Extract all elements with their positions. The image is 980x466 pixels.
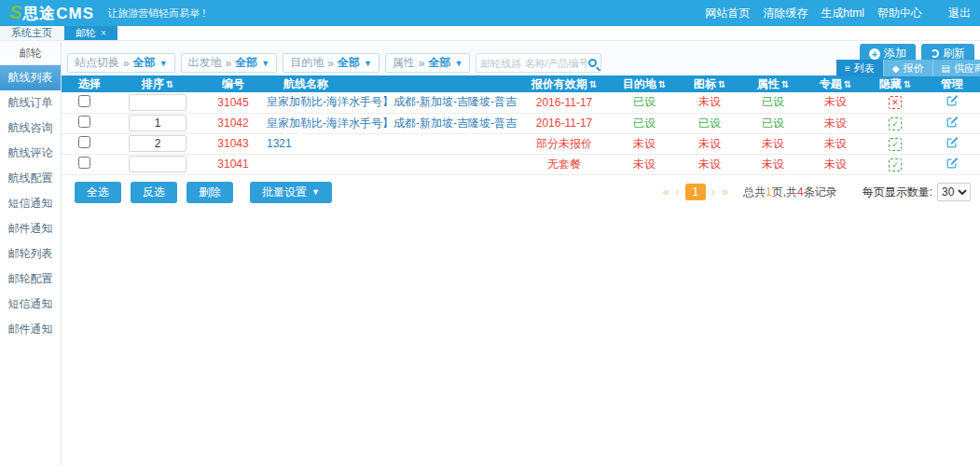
col-attribute: 属性⇅ bbox=[741, 75, 805, 92]
plus-icon: + bbox=[869, 48, 880, 60]
search-box bbox=[476, 53, 601, 73]
col-valid: 报价有效期⇅ bbox=[518, 75, 611, 92]
quote-validity: 部分未报价 bbox=[518, 133, 611, 154]
col-hidden: 隐藏⇅ bbox=[866, 75, 924, 92]
route-code: 31045 bbox=[200, 92, 267, 113]
sidebar: 邮轮 航线列表 航线订单 航线咨询 航线评论 航线配置 短信通知 邮件通知 邮轮… bbox=[0, 41, 62, 465]
hidden-toggle[interactable]: ✓ bbox=[889, 117, 902, 130]
toolbar: 站点切换 » 全部 ▼ 出发地 » 全部 ▼ 目的地 » 全部 ▼ bbox=[62, 41, 980, 75]
sort-input[interactable] bbox=[129, 115, 186, 131]
link-help-center[interactable]: 帮助中心 bbox=[877, 6, 922, 21]
sidebar-item-route-orders[interactable]: 航线订单 bbox=[0, 90, 61, 116]
sort-icon[interactable]: ⇅ bbox=[166, 79, 173, 89]
sidebar-item-route-list[interactable]: 航线列表 bbox=[0, 65, 61, 90]
current-page[interactable]: 1 bbox=[685, 184, 707, 200]
batch-settings-button[interactable]: 批量设置 ▼ bbox=[250, 182, 332, 203]
sidebar-item-cruise-config[interactable]: 邮轮配置 bbox=[0, 267, 61, 292]
filter-site[interactable]: 站点切换 » 全部 ▼ bbox=[67, 53, 175, 73]
col-select: 选择 bbox=[62, 75, 116, 92]
logo-text: 思途CMS bbox=[22, 3, 94, 24]
view-quote-button[interactable]: ◆ 报价 bbox=[883, 60, 932, 76]
last-page-icon[interactable]: » bbox=[721, 185, 729, 199]
next-page-icon[interactable]: › bbox=[711, 185, 716, 199]
topic-flag: 未设 bbox=[805, 113, 866, 133]
chevron-down-icon: ▼ bbox=[455, 59, 463, 68]
sidebar-item-sms-notify[interactable]: 短信通知 bbox=[0, 191, 61, 216]
edit-icon[interactable] bbox=[945, 157, 959, 172]
filter-destination[interactable]: 目的地 » 全部 ▼ bbox=[283, 53, 380, 73]
row-checkbox[interactable] bbox=[78, 116, 90, 128]
view-list-button[interactable]: ≡ 列表 bbox=[836, 60, 883, 76]
sort-input[interactable] bbox=[129, 94, 186, 111]
row-checkbox[interactable] bbox=[78, 136, 90, 148]
sort-icon[interactable]: ⇅ bbox=[781, 79, 789, 89]
per-page-label: 每页显示数量: bbox=[863, 185, 932, 200]
tab-close-icon[interactable]: × bbox=[101, 28, 106, 38]
hidden-toggle[interactable]: ✕ bbox=[889, 96, 902, 109]
chevron-down-icon: ▼ bbox=[159, 59, 168, 68]
logo-s-icon: S bbox=[9, 2, 21, 23]
hidden-toggle[interactable]: ✓ bbox=[889, 138, 902, 151]
link-clear-cache[interactable]: 清除缓存 bbox=[763, 6, 807, 21]
topic-flag: 未设 bbox=[805, 92, 866, 113]
tab-cruise[interactable]: 邮轮 × bbox=[64, 26, 117, 40]
sidebar-item-cruise-list[interactable]: 邮轮列表 bbox=[0, 241, 61, 267]
quote-icon: ◆ bbox=[892, 63, 900, 74]
row-checkbox[interactable] bbox=[78, 95, 90, 107]
search-icon[interactable] bbox=[588, 59, 597, 67]
route-name-link[interactable]: 1321 bbox=[267, 137, 292, 150]
link-site-home[interactable]: 网站首页 bbox=[705, 6, 750, 21]
top-bar: S 思途CMS 让旅游营销轻而易举 ! 网站首页 清除缓存 生成html 帮助中… bbox=[0, 0, 980, 26]
col-destination: 目的地⇅ bbox=[611, 75, 678, 92]
route-name-link[interactable]: 皇家加勒比-海洋水手号】成都-新加坡-吉隆坡-普吉岛-新加坡-成都 5晚6日游 bbox=[267, 116, 518, 130]
sort-icon[interactable]: ⇅ bbox=[844, 79, 851, 89]
sidebar-item-mail-notify-2[interactable]: 邮件通知 bbox=[0, 317, 61, 342]
sidebar-item-route-reviews[interactable]: 航线评论 bbox=[0, 141, 61, 166]
topic-flag: 未设 bbox=[805, 154, 866, 174]
search-input[interactable] bbox=[480, 58, 588, 69]
filter-attribute[interactable]: 属性 » 全部 ▼ bbox=[385, 53, 471, 73]
app-logo[interactable]: S 思途CMS bbox=[9, 2, 94, 24]
view-supplier-button[interactable]: ▤ 供应商 bbox=[932, 60, 980, 76]
select-all-button[interactable]: 全选 bbox=[75, 182, 121, 203]
row-checkbox[interactable] bbox=[78, 157, 90, 169]
sort-icon[interactable]: ⇅ bbox=[904, 79, 911, 89]
filter-departure[interactable]: 出发地 » 全部 ▼ bbox=[181, 53, 278, 73]
first-page-icon[interactable]: « bbox=[662, 185, 670, 199]
chevron-down-icon: ▼ bbox=[261, 59, 269, 68]
link-generate-html[interactable]: 生成html bbox=[821, 6, 864, 21]
sort-input[interactable] bbox=[129, 156, 186, 172]
sort-icon[interactable]: ⇅ bbox=[658, 79, 666, 89]
delete-button[interactable]: 删除 bbox=[186, 182, 233, 203]
destination-flag: 未设 bbox=[611, 133, 678, 154]
sidebar-item-route-inquiry[interactable]: 航线咨询 bbox=[0, 116, 61, 141]
icon-flag: 未设 bbox=[678, 133, 741, 154]
sort-input[interactable] bbox=[129, 135, 186, 152]
chevron-down-icon: ▼ bbox=[311, 187, 320, 197]
tab-system-home[interactable]: 系统主页 bbox=[0, 26, 64, 40]
refresh-icon bbox=[931, 49, 939, 58]
table-footer: 全选 反选 删除 批量设置 ▼ « ‹ 1 › » 总共1页,共4条记录 每页显… bbox=[62, 182, 980, 203]
destination-flag: 未设 bbox=[611, 154, 678, 174]
edit-icon[interactable] bbox=[945, 94, 959, 110]
sort-icon[interactable]: ⇅ bbox=[589, 79, 597, 89]
link-logout[interactable]: 退出 bbox=[948, 6, 971, 21]
hidden-toggle[interactable]: ✓ bbox=[889, 158, 902, 171]
icon-flag: 未设 bbox=[678, 92, 741, 113]
sidebar-item-route-config[interactable]: 航线配置 bbox=[0, 166, 61, 191]
sidebar-title: 邮轮 bbox=[0, 41, 61, 65]
col-topic: 专题⇅ bbox=[805, 75, 866, 92]
per-page-select[interactable]: 30 bbox=[937, 183, 971, 201]
edit-icon[interactable] bbox=[945, 116, 959, 131]
prev-page-icon[interactable]: ‹ bbox=[675, 185, 681, 199]
sidebar-item-sms-notify-2[interactable]: 短信通知 bbox=[0, 292, 61, 317]
invert-selection-button[interactable]: 反选 bbox=[131, 182, 177, 203]
tagline: 让旅游营销轻而易举 ! bbox=[107, 7, 205, 21]
edit-icon[interactable] bbox=[945, 136, 959, 152]
supplier-icon: ▤ bbox=[942, 63, 950, 74]
sort-icon[interactable]: ⇅ bbox=[718, 79, 725, 89]
attribute-flag: 已设 bbox=[741, 92, 805, 113]
route-name-link[interactable]: 皇家加勒比-海洋水手号】成都-新加坡-吉隆坡-普吉岛-新加坡-成都 5晚6日游 bbox=[267, 95, 518, 108]
top-links: 网站首页 清除缓存 生成html 帮助中心 退出 bbox=[705, 6, 971, 21]
sidebar-item-mail-notify[interactable]: 邮件通知 bbox=[0, 216, 61, 241]
